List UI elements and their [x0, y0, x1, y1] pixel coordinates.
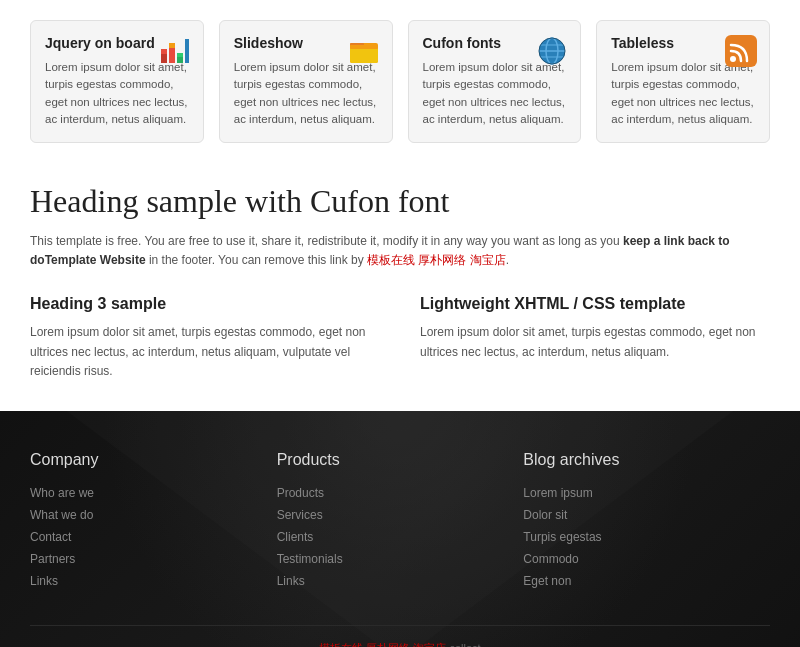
card-icon-3 — [725, 35, 757, 67]
col-1: Heading 3 sample Lorem ipsum dolor sit a… — [30, 295, 380, 381]
list-item: Turpis egestas — [523, 529, 770, 545]
footer-link[interactable]: Commodo — [523, 552, 578, 566]
svg-rect-10 — [350, 45, 378, 49]
footer-company-list: Who are weWhat we doContactPartnersLinks — [30, 485, 277, 589]
footer-link[interactable]: Services — [277, 508, 323, 522]
footer-bottom-collect: collect — [446, 642, 480, 647]
svg-rect-1 — [161, 49, 167, 54]
list-item: Lorem ipsum — [523, 485, 770, 501]
card-icon-1 — [348, 35, 380, 67]
footer-blog-list: Lorem ipsumDolor sitTurpis egestasCommod… — [523, 485, 770, 589]
main-section: Heading sample with Cufon font This temp… — [0, 163, 800, 411]
footer-blog-title: Blog archives — [523, 451, 770, 469]
card-3: Tableless Lorem ipsum dolor sit amet, tu… — [596, 20, 770, 143]
main-intro: This template is free. You are free to u… — [30, 232, 770, 270]
footer-link[interactable]: Products — [277, 486, 324, 500]
col1-heading: Heading 3 sample — [30, 295, 380, 313]
col2-text: Lorem ipsum dolor sit amet, turpis egest… — [420, 323, 770, 361]
list-item: Clients — [277, 529, 524, 545]
card-text-2: Lorem ipsum dolor sit amet, turpis egest… — [423, 59, 567, 128]
col2-heading: Lightweight XHTML / CSS template — [420, 295, 770, 313]
footer-cols: Company Who are weWhat we doContactPartn… — [30, 451, 770, 595]
footer-products-list: ProductsServicesClientsTestimonialsLinks — [277, 485, 524, 589]
footer-link[interactable]: Dolor sit — [523, 508, 567, 522]
list-item: Links — [30, 573, 277, 589]
card-1: Slideshow Lorem ipsum dolor sit amet, tu… — [219, 20, 393, 143]
svg-rect-6 — [185, 39, 189, 63]
footer-company-title: Company — [30, 451, 277, 469]
footer-link[interactable]: Turpis egestas — [523, 530, 601, 544]
card-icon-0 — [159, 35, 191, 67]
two-col: Heading 3 sample Lorem ipsum dolor sit a… — [30, 295, 770, 381]
cards-section: Jquery on board Lorem ipsum dolor sit am… — [0, 0, 800, 163]
footer-link[interactable]: Lorem ipsum — [523, 486, 592, 500]
footer-link[interactable]: Links — [30, 574, 58, 588]
footer-col-products: Products ProductsServicesClientsTestimon… — [277, 451, 524, 595]
card-text-0: Lorem ipsum dolor sit amet, turpis egest… — [45, 59, 189, 128]
footer-link[interactable]: Clients — [277, 530, 314, 544]
list-item: Testimonials — [277, 551, 524, 567]
footer-col-company: Company Who are weWhat we doContactPartn… — [30, 451, 277, 595]
list-item: Services — [277, 507, 524, 523]
footer: Company Who are weWhat we doContactPartn… — [0, 411, 800, 647]
footer-bottom: 模板在线 厚朴网络 淘宝店 collect — [30, 625, 770, 647]
card-2: Cufon fonts Lorem ipsum dolor sit amet, … — [408, 20, 582, 143]
cards-row: Jquery on board Lorem ipsum dolor sit am… — [30, 20, 770, 143]
svg-rect-5 — [177, 53, 183, 57]
footer-link[interactable]: Partners — [30, 552, 75, 566]
card-icon-2 — [536, 35, 568, 67]
footer-products-title: Products — [277, 451, 524, 469]
card-text-3: Lorem ipsum dolor sit amet, turpis egest… — [611, 59, 755, 128]
col1-text: Lorem ipsum dolor sit amet, turpis egest… — [30, 323, 380, 381]
footer-bottom-link[interactable]: 模板在线 厚朴网络 淘宝店 — [319, 642, 446, 647]
card-text-1: Lorem ipsum dolor sit amet, turpis egest… — [234, 59, 378, 128]
list-item: What we do — [30, 507, 277, 523]
col-2: Lightweight XHTML / CSS template Lorem i… — [420, 295, 770, 381]
list-item: Contact — [30, 529, 277, 545]
list-item: Partners — [30, 551, 277, 567]
footer-link[interactable]: Who are we — [30, 486, 94, 500]
footer-link[interactable]: Links — [277, 574, 305, 588]
list-item: Eget non — [523, 573, 770, 589]
intro-text-2: in the footer. You can remove this link … — [146, 253, 367, 267]
footer-link[interactable]: Testimonials — [277, 552, 343, 566]
list-item: Who are we — [30, 485, 277, 501]
list-item: Commodo — [523, 551, 770, 567]
main-heading: Heading sample with Cufon font — [30, 183, 770, 220]
intro-end: . — [506, 253, 509, 267]
footer-link[interactable]: Contact — [30, 530, 71, 544]
intro-text-1: This template is free. You are free to u… — [30, 234, 623, 248]
footer-link[interactable]: Eget non — [523, 574, 571, 588]
list-item: Dolor sit — [523, 507, 770, 523]
list-item: Products — [277, 485, 524, 501]
card-0: Jquery on board Lorem ipsum dolor sit am… — [30, 20, 204, 143]
footer-col-blog: Blog archives Lorem ipsumDolor sitTurpis… — [523, 451, 770, 595]
svg-rect-3 — [169, 43, 175, 48]
intro-chinese-link[interactable]: 模板在线 厚朴网络 淘宝店 — [367, 253, 506, 267]
svg-point-18 — [730, 56, 736, 62]
footer-link[interactable]: What we do — [30, 508, 93, 522]
list-item: Links — [277, 573, 524, 589]
